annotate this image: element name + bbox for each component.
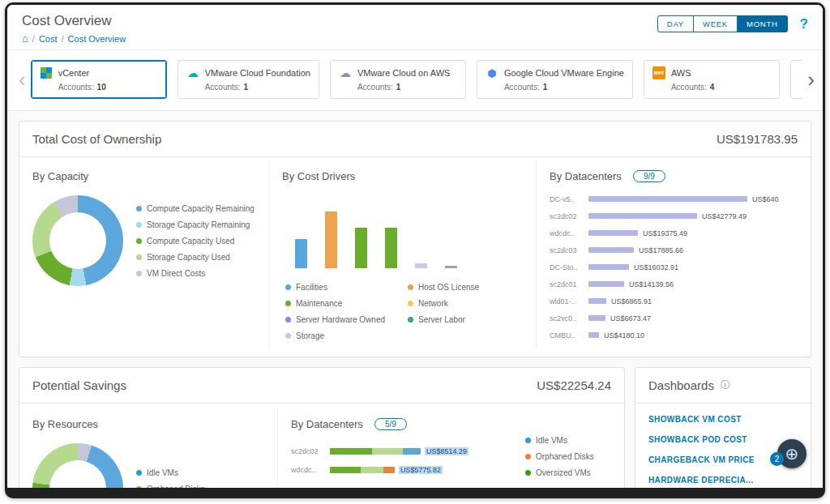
accounts-label: Accounts: <box>58 83 94 92</box>
legend-dot <box>285 317 291 322</box>
legend-item: Network <box>408 299 479 308</box>
row-stacked-bar <box>330 448 421 455</box>
row-label: sc2dc03 <box>550 246 588 254</box>
bar-segment <box>361 467 383 473</box>
account-card-vcenter[interactable]: vCenter Accounts: 10 <box>31 60 167 99</box>
card-top: ☁ VMware Cloud Foundation <box>186 66 310 79</box>
legend-dot <box>408 301 413 306</box>
account-card-name: VMware Cloud on AWS <box>357 68 451 78</box>
savings-datacenters-badge[interactable]: 5/9 <box>374 418 407 430</box>
row-label: DC-Sto.. <box>550 263 588 271</box>
tco-body: By Capacity Compute Capacity Remaining S… <box>19 157 811 357</box>
carousel-prev-icon[interactable]: ‹ <box>14 69 31 90</box>
savings-panel: Potential Savings US$22254.24 By Resourc… <box>19 367 625 488</box>
account-card-truncated[interactable]: A Acc <box>790 60 802 99</box>
row-label: wdcdc.. <box>291 466 330 474</box>
account-card-aws[interactable]: aws AWS Accounts: 4 <box>644 60 780 99</box>
day-button[interactable]: DAY <box>657 15 694 32</box>
savings-datacenters-chart: sc2dc02 US$8514.29 wdcdc.. <box>291 442 499 479</box>
tco-panel: Total Cost of Ownership US$191783.95 By … <box>19 121 811 357</box>
row-value: US$4180.10 <box>604 331 644 340</box>
legend-dot <box>136 238 142 244</box>
by-cost-drivers-title: By Cost Drivers <box>282 170 523 182</box>
page-title: Cost Overview <box>22 13 126 29</box>
legend-item: Storage Capacity Used <box>136 253 255 262</box>
breadcrumb: ⌂ / Cost / Cost Overview <box>22 33 126 44</box>
accounts-label: Accounts: <box>205 83 241 92</box>
account-card-vmware-cloud-foundation[interactable]: ☁ VMware Cloud Foundation Accounts: 1 <box>178 60 319 99</box>
dashboard-link-showback-pod-cost[interactable]: SHOWBACK POD COST <box>648 435 798 444</box>
savings-datacenters-title: By Datacenters <box>291 418 363 430</box>
home-icon[interactable]: ⌂ <box>22 33 28 44</box>
account-card-google-cloud-vmware-engine[interactable]: ⬢ Google Cloud VMware Engine Accounts: 1 <box>477 60 633 99</box>
account-cards: vCenter Accounts: 10 ☁ VMware Cloud Foun… <box>31 60 803 99</box>
datacenters-count-badge[interactable]: 9/9 <box>633 170 665 182</box>
by-resources-section: By Resources Idle VMs Orphaned Disks Ove… <box>19 408 277 488</box>
cost-drivers-legend: Facilities Maintenance Server Hardware O… <box>282 283 523 340</box>
accounts-count: 1 <box>543 83 548 92</box>
dashboard-link-hardware-depreciation[interactable]: HARDWARE DEPRECIA... <box>648 476 798 485</box>
chart-bar <box>385 228 397 268</box>
accounts-label: Accounts: <box>671 83 707 92</box>
month-button[interactable]: MONTH <box>738 15 788 32</box>
row-label: sc2dc01 <box>550 280 588 288</box>
bottom-row: Potential Savings US$22254.24 By Resourc… <box>19 367 811 488</box>
bar-segment <box>330 467 361 473</box>
breadcrumb-cost[interactable]: Cost <box>39 34 58 44</box>
chart-bar <box>445 266 457 268</box>
by-datacenters-section: By Datacenters 9/9 DC-v5..US$640 sc2dc02… <box>537 160 811 348</box>
row-value: US$17885.66 <box>639 246 683 254</box>
aws-icon: aws <box>652 66 665 79</box>
legend-dot <box>285 301 291 306</box>
legend-item: Compute Capacity Remaining <box>136 204 255 213</box>
legend-label: Server Labor <box>418 315 465 324</box>
dashboards-title-text: Dashboards <box>648 378 714 392</box>
row-value: US$6673.47 <box>610 314 651 322</box>
capacity-donut-chart <box>32 195 123 286</box>
card-top: aws AWS <box>652 66 771 79</box>
account-card-name: Google Cloud VMware Engine <box>504 68 624 78</box>
dashboards-header: Dashboards ⓘ <box>635 368 811 404</box>
legend-label: Server Hardware Owned <box>296 315 385 324</box>
week-button[interactable]: WEEK <box>694 15 738 32</box>
legend-dot <box>408 284 413 290</box>
legend-label: Storage Capacity Remaining <box>147 220 250 229</box>
row-value: US$6865.91 <box>611 297 652 305</box>
by-datacenters-header: By Datacenters 9/9 <box>550 170 799 182</box>
row-bar <box>588 315 605 321</box>
row-bar <box>588 298 606 304</box>
legend-item: Server Labor <box>408 315 479 324</box>
carousel-next-icon[interactable]: › <box>802 69 819 90</box>
savings-total-value: US$22254.24 <box>537 378 611 392</box>
legend-label: Network <box>418 299 448 308</box>
header-right: DAY WEEK MONTH ? <box>657 13 808 32</box>
row-label: sc2dc02 <box>550 212 588 220</box>
legend-label: Compute Capacity Remaining <box>147 204 255 213</box>
resources-chart-wrap: Idle VMs Orphaned Disks Oversized VMs <box>32 443 264 488</box>
row-value: US$42779.49 <box>702 212 747 220</box>
tco-title: Total Cost of Ownership <box>32 132 161 146</box>
card-top: ⬢ Google Cloud VMware Engine <box>486 66 624 79</box>
legend-column: Host OS License Network Server Labor <box>408 283 479 340</box>
accounts-count: 10 <box>97 83 106 92</box>
legend-label: Orphaned Disks <box>147 485 205 489</box>
chart-row: CMBU..US$4180.10 <box>550 327 799 344</box>
legend-item: Orphaned Disks <box>525 452 611 461</box>
help-icon[interactable]: ? <box>800 16 808 32</box>
dashboard-link-showback-vm-cost[interactable]: SHOWBACK VM COST <box>648 415 798 424</box>
savings-datacenters-header: By Datacenters 5/9 <box>291 418 499 430</box>
chart-row: sc2dc01US$14139.56 <box>550 275 799 293</box>
account-card-sub: Accounts: 4 <box>671 83 771 92</box>
capacity-chart-wrap: Compute Capacity Remaining Storage Capac… <box>32 195 255 286</box>
account-card-sub: Accounts: 1 <box>357 83 457 92</box>
row-value: US$14139.56 <box>629 280 674 288</box>
floating-action-button[interactable]: ⊕ 2 <box>777 439 806 468</box>
row-label: wdcdc.. <box>550 229 588 237</box>
dashboards-panel: Dashboards ⓘ SHOWBACK VM COST SHOWBACK P… <box>635 367 811 488</box>
info-icon[interactable]: ⓘ <box>721 378 730 392</box>
row-bar <box>588 332 599 338</box>
account-card-vmware-cloud-on-aws[interactable]: ☁ VMware Cloud on AWS Accounts: 1 <box>330 60 466 99</box>
bar-segment <box>372 448 403 455</box>
breadcrumb-cost-overview[interactable]: Cost Overview <box>68 34 126 44</box>
savings-panel-header: Potential Savings US$22254.24 <box>19 368 624 404</box>
